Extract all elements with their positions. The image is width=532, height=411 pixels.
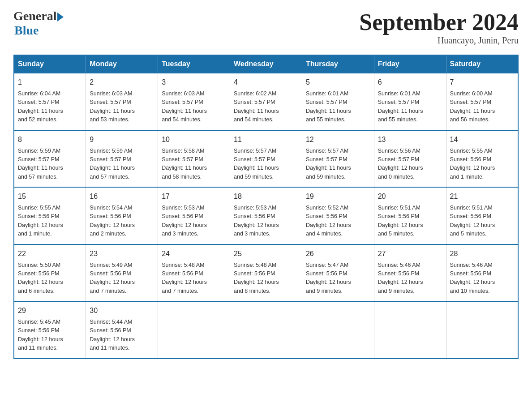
day-number: 24	[162, 248, 226, 259]
weekday-header-saturday: Saturday	[446, 55, 518, 73]
day-number: 14	[450, 134, 514, 145]
day-info: Sunrise: 5:57 AM Sunset: 5:57 PM Dayligh…	[306, 147, 370, 182]
calendar-cell: 5Sunrise: 6:01 AM Sunset: 5:57 PM Daylig…	[302, 73, 374, 130]
day-number: 28	[450, 248, 514, 259]
day-number: 8	[18, 134, 82, 145]
day-number: 4	[234, 77, 298, 88]
day-info: Sunrise: 5:59 AM Sunset: 5:57 PM Dayligh…	[90, 147, 154, 182]
calendar-cell: 18Sunrise: 5:53 AM Sunset: 5:56 PM Dayli…	[230, 187, 302, 244]
day-info: Sunrise: 6:00 AM Sunset: 5:57 PM Dayligh…	[450, 90, 514, 124]
day-info: Sunrise: 5:56 AM Sunset: 5:57 PM Dayligh…	[378, 147, 442, 182]
calendar-cell: 6Sunrise: 6:01 AM Sunset: 5:57 PM Daylig…	[374, 73, 446, 130]
day-info: Sunrise: 6:04 AM Sunset: 5:57 PM Dayligh…	[18, 90, 82, 124]
day-info: Sunrise: 5:44 AM Sunset: 5:56 PM Dayligh…	[90, 318, 154, 353]
weekday-header-tuesday: Tuesday	[158, 55, 230, 73]
calendar-week-1: 1Sunrise: 6:04 AM Sunset: 5:57 PM Daylig…	[14, 73, 518, 130]
day-info: Sunrise: 5:53 AM Sunset: 5:56 PM Dayligh…	[234, 204, 298, 239]
day-number: 26	[306, 248, 370, 259]
calendar-cell	[302, 301, 374, 359]
day-number: 30	[90, 305, 154, 316]
day-info: Sunrise: 5:50 AM Sunset: 5:56 PM Dayligh…	[18, 261, 82, 296]
day-number: 7	[450, 77, 514, 88]
calendar-cell: 21Sunrise: 5:51 AM Sunset: 5:56 PM Dayli…	[446, 187, 518, 244]
calendar-cell: 9Sunrise: 5:59 AM Sunset: 5:57 PM Daylig…	[86, 130, 158, 188]
calendar-week-5: 29Sunrise: 5:45 AM Sunset: 5:56 PM Dayli…	[14, 301, 518, 359]
calendar-cell: 3Sunrise: 6:03 AM Sunset: 5:57 PM Daylig…	[158, 73, 230, 130]
calendar-cell: 14Sunrise: 5:55 AM Sunset: 5:56 PM Dayli…	[446, 130, 518, 188]
calendar-body: 1Sunrise: 6:04 AM Sunset: 5:57 PM Daylig…	[14, 73, 518, 359]
calendar-cell: 7Sunrise: 6:00 AM Sunset: 5:57 PM Daylig…	[446, 73, 518, 130]
title-block: September 2024 Huancayo, Junin, Peru	[359, 9, 519, 46]
page-header: General Blue September 2024 Huancayo, Ju…	[13, 9, 519, 46]
header-row: SundayMondayTuesdayWednesdayThursdayFrid…	[14, 55, 518, 73]
day-number: 12	[306, 134, 370, 145]
logo: General Blue	[13, 9, 64, 38]
calendar-cell: 8Sunrise: 5:59 AM Sunset: 5:57 PM Daylig…	[14, 130, 86, 188]
location-text: Huancayo, Junin, Peru	[359, 35, 519, 46]
calendar-cell: 28Sunrise: 5:46 AM Sunset: 5:56 PM Dayli…	[446, 244, 518, 302]
calendar-cell: 24Sunrise: 5:48 AM Sunset: 5:56 PM Dayli…	[158, 244, 230, 302]
day-number: 6	[378, 77, 442, 88]
calendar-cell	[158, 301, 230, 359]
day-info: Sunrise: 5:48 AM Sunset: 5:56 PM Dayligh…	[234, 261, 298, 296]
day-number: 10	[162, 134, 226, 145]
day-number: 22	[18, 248, 82, 259]
day-info: Sunrise: 6:02 AM Sunset: 5:57 PM Dayligh…	[234, 90, 298, 124]
logo-blue-text: Blue	[14, 23, 64, 38]
day-info: Sunrise: 5:48 AM Sunset: 5:56 PM Dayligh…	[162, 261, 226, 296]
day-info: Sunrise: 5:51 AM Sunset: 5:56 PM Dayligh…	[378, 204, 442, 239]
calendar-week-2: 8Sunrise: 5:59 AM Sunset: 5:57 PM Daylig…	[14, 130, 518, 188]
day-number: 17	[162, 191, 226, 202]
day-number: 15	[18, 191, 82, 202]
day-info: Sunrise: 5:53 AM Sunset: 5:56 PM Dayligh…	[162, 204, 226, 239]
day-info: Sunrise: 5:45 AM Sunset: 5:56 PM Dayligh…	[18, 318, 82, 353]
day-info: Sunrise: 5:59 AM Sunset: 5:57 PM Dayligh…	[18, 147, 82, 182]
day-number: 18	[234, 191, 298, 202]
day-info: Sunrise: 5:49 AM Sunset: 5:56 PM Dayligh…	[90, 261, 154, 296]
day-info: Sunrise: 5:57 AM Sunset: 5:57 PM Dayligh…	[234, 147, 298, 182]
calendar-week-3: 15Sunrise: 5:55 AM Sunset: 5:56 PM Dayli…	[14, 187, 518, 244]
calendar-cell: 15Sunrise: 5:55 AM Sunset: 5:56 PM Dayli…	[14, 187, 86, 244]
calendar-table: SundayMondayTuesdayWednesdayThursdayFrid…	[13, 55, 519, 359]
day-number: 27	[378, 248, 442, 259]
calendar-cell: 11Sunrise: 5:57 AM Sunset: 5:57 PM Dayli…	[230, 130, 302, 188]
logo-arrow-icon	[57, 13, 64, 21]
day-info: Sunrise: 5:46 AM Sunset: 5:56 PM Dayligh…	[450, 261, 514, 296]
day-info: Sunrise: 6:03 AM Sunset: 5:57 PM Dayligh…	[162, 90, 226, 124]
weekday-header-friday: Friday	[374, 55, 446, 73]
calendar-cell: 2Sunrise: 6:03 AM Sunset: 5:57 PM Daylig…	[86, 73, 158, 130]
calendar-cell: 4Sunrise: 6:02 AM Sunset: 5:57 PM Daylig…	[230, 73, 302, 130]
weekday-header-wednesday: Wednesday	[230, 55, 302, 73]
calendar-cell: 22Sunrise: 5:50 AM Sunset: 5:56 PM Dayli…	[14, 244, 86, 302]
day-info: Sunrise: 5:58 AM Sunset: 5:57 PM Dayligh…	[162, 147, 226, 182]
day-number: 21	[450, 191, 514, 202]
calendar-cell: 12Sunrise: 5:57 AM Sunset: 5:57 PM Dayli…	[302, 130, 374, 188]
day-info: Sunrise: 5:55 AM Sunset: 5:56 PM Dayligh…	[18, 204, 82, 239]
calendar-cell	[374, 301, 446, 359]
calendar-week-4: 22Sunrise: 5:50 AM Sunset: 5:56 PM Dayli…	[14, 244, 518, 302]
day-info: Sunrise: 6:01 AM Sunset: 5:57 PM Dayligh…	[306, 90, 370, 124]
day-number: 13	[378, 134, 442, 145]
day-info: Sunrise: 5:51 AM Sunset: 5:56 PM Dayligh…	[450, 204, 514, 239]
weekday-header-sunday: Sunday	[14, 55, 86, 73]
calendar-cell: 23Sunrise: 5:49 AM Sunset: 5:56 PM Dayli…	[86, 244, 158, 302]
logo-general-text: General	[13, 9, 56, 23]
month-title: September 2024	[359, 9, 519, 35]
day-number: 11	[234, 134, 298, 145]
day-info: Sunrise: 5:47 AM Sunset: 5:56 PM Dayligh…	[306, 261, 370, 296]
day-number: 9	[90, 134, 154, 145]
calendar-cell: 17Sunrise: 5:53 AM Sunset: 5:56 PM Dayli…	[158, 187, 230, 244]
weekday-header-monday: Monday	[86, 55, 158, 73]
day-number: 29	[18, 305, 82, 316]
day-info: Sunrise: 5:46 AM Sunset: 5:56 PM Dayligh…	[378, 261, 442, 296]
day-info: Sunrise: 5:55 AM Sunset: 5:56 PM Dayligh…	[450, 147, 514, 182]
calendar-cell: 25Sunrise: 5:48 AM Sunset: 5:56 PM Dayli…	[230, 244, 302, 302]
day-number: 25	[234, 248, 298, 259]
day-number: 19	[306, 191, 370, 202]
day-number: 23	[90, 248, 154, 259]
calendar-cell: 30Sunrise: 5:44 AM Sunset: 5:56 PM Dayli…	[86, 301, 158, 359]
calendar-cell	[230, 301, 302, 359]
day-number: 5	[306, 77, 370, 88]
weekday-header-thursday: Thursday	[302, 55, 374, 73]
day-number: 16	[90, 191, 154, 202]
